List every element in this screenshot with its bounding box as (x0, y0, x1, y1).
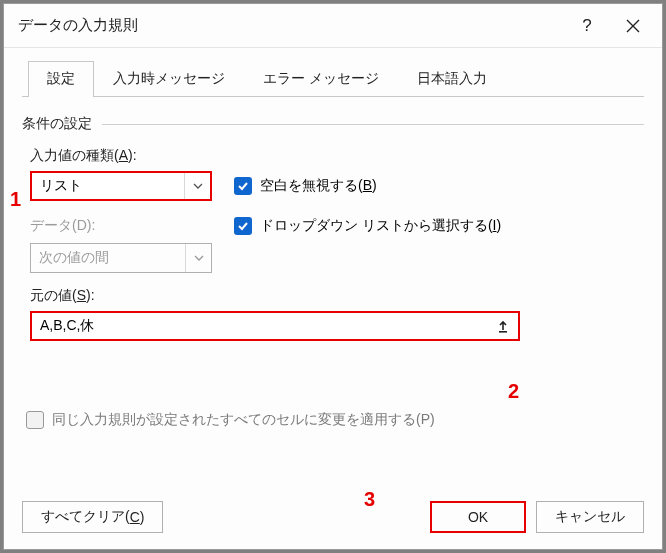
annotation-2: 2 (508, 380, 519, 403)
settings-panel: 条件の設定 入力値の種類(A): リスト 空白を無視する(B) (22, 96, 644, 429)
allow-label: 入力値の種類(A): (30, 147, 644, 165)
chevron-down-icon (185, 244, 211, 272)
dialog-title: データの入力規則 (18, 16, 564, 35)
apply-to-all-checkbox: 同じ入力規則が設定されたすべてのセルに変更を適用する(P) (26, 411, 644, 429)
dialog-content: 設定 入力時メッセージ エラー メッセージ 日本語入力 条件の設定 入力値の種類… (4, 48, 662, 491)
source-label: 元の値(S): (30, 287, 644, 305)
close-button[interactable] (610, 5, 656, 47)
criteria-group: 条件の設定 (22, 115, 644, 133)
in-cell-dropdown-checkbox[interactable]: ドロップダウン リストから選択する(I) (234, 217, 501, 235)
data-value: 次の値の間 (39, 249, 185, 267)
source-value: A,B,C,休 (40, 317, 492, 335)
checkbox-unchecked-icon (26, 411, 44, 429)
titlebar: データの入力規則 ? (4, 4, 662, 48)
svg-rect-0 (499, 331, 507, 333)
checkbox-checked-icon (234, 217, 252, 235)
divider (102, 124, 644, 125)
tab-strip: 設定 入力時メッセージ エラー メッセージ 日本語入力 (28, 60, 644, 96)
ok-button[interactable]: OK (430, 501, 526, 533)
close-icon (626, 19, 640, 33)
range-select-button[interactable] (492, 315, 514, 337)
tab-input-message[interactable]: 入力時メッセージ (94, 61, 244, 97)
allow-value: リスト (40, 177, 184, 195)
tab-settings[interactable]: 設定 (28, 61, 94, 97)
cancel-button[interactable]: キャンセル (536, 501, 644, 533)
apply-to-all-label: 同じ入力規則が設定されたすべてのセルに変更を適用する(P) (52, 411, 435, 429)
annotation-1: 1 (10, 188, 21, 211)
help-button[interactable]: ? (564, 5, 610, 47)
ignore-blank-checkbox[interactable]: 空白を無視する(B) (234, 177, 377, 195)
checkbox-checked-icon (234, 177, 252, 195)
dialog-footer: すべてクリア(C) OK キャンセル (4, 491, 662, 549)
data-label: データ(D): (30, 217, 222, 235)
chevron-down-icon (184, 173, 210, 199)
data-combobox: 次の値の間 (30, 243, 212, 273)
source-input[interactable]: A,B,C,休 (30, 311, 520, 341)
data-validation-dialog: データの入力規則 ? 設定 入力時メッセージ エラー メッセージ 日本語入力 条… (3, 3, 663, 550)
clear-all-button[interactable]: すべてクリア(C) (22, 501, 163, 533)
allow-combobox[interactable]: リスト (30, 171, 212, 201)
tab-ime-mode[interactable]: 日本語入力 (398, 61, 506, 97)
range-select-icon (496, 319, 510, 333)
annotation-3: 3 (364, 488, 375, 511)
criteria-label: 条件の設定 (22, 115, 92, 133)
tab-error-alert[interactable]: エラー メッセージ (244, 61, 398, 97)
